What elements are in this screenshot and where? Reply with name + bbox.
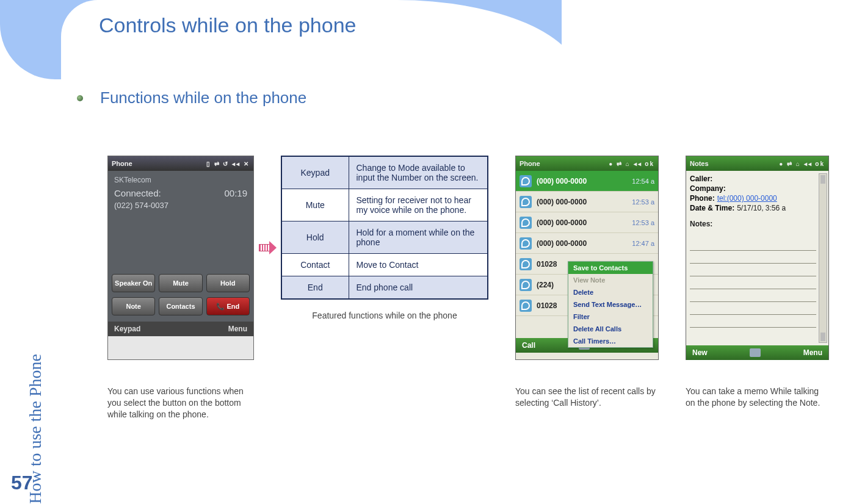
call-number: (000) 000-0000 [537,239,627,248]
phone-icon [520,258,532,270]
hold-button[interactable]: Hold [206,274,250,292]
context-menu: Save to Contacts View Note Delete Send T… [568,261,653,348]
table-row: End End phone call [281,276,488,300]
call-time: 12:54 a [632,178,654,185]
feat-name: Hold [281,221,349,254]
phone-icon [520,217,532,229]
call-number: (000) 000-0000 [537,198,627,206]
column-call-history: Phone ● ⇄ ⌂ ◂◂ ok (000) 000-0000 12:54 a… [515,156,659,409]
ss1-carrier: SKTelecom [114,176,247,184]
section-title: Functions while on the phone [100,88,306,107]
feat-desc: Hold for a moment while on the phone [349,221,488,254]
ss3-status-icons: ● ⇄ ⌂ ◂◂ ok [779,160,825,167]
phone-label: Phone: [690,194,715,203]
ss1-body: SKTelecom Connected: 00:19 (022) 574-003… [108,171,253,322]
ss3-caption: You can take a memo While talking on the… [686,386,829,409]
list-item[interactable]: (000) 000-0000 12:53 a [516,212,658,233]
menu-item-delete-all[interactable]: Delete All Calls [568,323,653,335]
notes-label: Notes: [690,220,825,228]
ss1-titlebar: Phone ▯ ⇄ ↺ ◂◂ ✕ [108,156,253,171]
screenshot-call-history: Phone ● ⇄ ⌂ ◂◂ ok (000) 000-0000 12:54 a… [515,156,659,360]
ss3-title: Notes [690,160,709,167]
caller-label: Caller: [690,175,712,183]
call-time: 12:53 a [632,198,654,206]
page-title: Controls while on the phone [99,13,357,37]
ss2-titlebar: Phone ● ⇄ ⌂ ◂◂ ok [516,156,658,171]
scrollbar[interactable] [819,173,827,343]
ss1-softbar: Keypad Menu [108,322,253,336]
ss1-soft-left[interactable]: Keypad [114,325,140,333]
table-row: Keypad Change to Mode available to input… [281,156,488,189]
ss2-status-icons: ● ⇄ ⌂ ◂◂ ok [609,160,654,167]
call-time: 12:53 a [632,219,654,226]
call-number: (000) 000-0000 [537,218,627,227]
feat-desc: End phone call [349,276,488,300]
ss3-softbar: New Menu [686,345,828,360]
menu-item-send-text[interactable]: Send Text Message… [568,298,653,311]
ss2-soft-left[interactable]: Call [522,341,535,350]
feat-name: Mute [281,189,349,221]
table-row: Hold Hold for a moment while on the phon… [281,221,488,254]
feat-desc: Move to Contact [349,254,488,276]
feat-desc: Change to Mode available to input the Nu… [349,156,488,189]
datetime-label: Date & Time: [690,204,734,212]
feature-table-caption: Featured functions while on the phone [281,311,488,320]
end-button[interactable]: 📞 End [206,297,250,315]
ss3-soft-right[interactable]: Menu [803,348,822,357]
phone-icon [520,279,532,291]
table-row: Contact Move to Contact [281,254,488,276]
section-heading: Functions while on the phone [77,88,306,107]
feat-desc: Setting for receiver not to hear my voic… [349,189,488,221]
ss3-titlebar: Notes ● ⇄ ⌂ ◂◂ ok [686,156,828,171]
menu-item-save-contacts[interactable]: Save to Contacts [568,262,653,274]
speaker-button[interactable]: Speaker On [112,274,155,292]
feat-name: Contact [281,254,349,276]
column-feature-table: Keypad Change to Mode available to input… [281,156,488,320]
page-number: 57 [11,472,33,494]
ss3-form: Caller: Company: Phone: tel:(000) 000-00… [686,171,828,345]
phone-link[interactable]: tel:(000) 000-0000 [717,194,777,203]
ss1-connected-label: Connected: [114,188,161,198]
ss1-title: Phone [112,160,132,167]
screenshot-in-call: Phone ▯ ⇄ ↺ ◂◂ ✕ SKTelecom Connected: 00… [107,156,254,360]
menu-item-delete[interactable]: Delete [568,286,653,298]
feat-name: End [281,276,349,300]
content-row: Phone ▯ ⇄ ↺ ◂◂ ✕ SKTelecom Connected: 00… [107,156,825,420]
phone-icon [520,196,532,208]
menu-item-filter[interactable]: Filter [568,311,653,323]
arrow-icon [259,241,276,254]
list-item[interactable]: (000) 000-0000 12:54 a [516,171,658,192]
column-notes: Notes ● ⇄ ⌂ ◂◂ ok Caller: Company: Phone… [686,156,829,409]
call-number: (000) 000-0000 [537,177,627,185]
ss1-caption: You can use various functions when you s… [107,386,254,420]
company-label: Company: [690,184,726,193]
list-item[interactable]: (000) 000-0000 12:47 a [516,233,658,254]
ss1-duration: 00:19 [224,188,247,198]
ss3-soft-left[interactable]: New [692,348,708,357]
ss2-title: Phone [520,160,540,167]
datetime-value: 5/17/10, 3:56 a [737,204,786,212]
phone-icon [520,175,532,187]
notes-ruled-area[interactable] [690,238,816,339]
bullet-icon [77,95,83,101]
list-item[interactable]: (000) 000-0000 12:53 a [516,192,658,212]
feat-name: Keypad [281,156,349,189]
mute-button[interactable]: Mute [159,274,202,292]
screenshot-notes: Notes ● ⇄ ⌂ ◂◂ ok Caller: Company: Phone… [686,156,829,360]
phone-icon [520,237,532,250]
menu-item-call-timers[interactable]: Call Timers… [568,335,653,347]
column-incall: Phone ▯ ⇄ ↺ ◂◂ ✕ SKTelecom Connected: 00… [107,156,254,420]
contacts-button[interactable]: Contacts [159,297,202,315]
keyboard-icon[interactable] [750,348,761,357]
ss2-caption: You can see the list of recent calls by … [515,386,656,409]
phone-icon [520,300,532,312]
ss1-status-icons: ▯ ⇄ ↺ ◂◂ ✕ [206,160,250,167]
menu-item-view-note: View Note [568,274,653,286]
call-time: 12:47 a [632,240,654,247]
note-button[interactable]: Note [112,297,155,315]
ss2-list: (000) 000-0000 12:54 a (000) 000-0000 12… [516,171,658,338]
ss1-number: (022) 574-0037 [114,201,247,210]
ss1-soft-right[interactable]: Menu [228,325,247,333]
feature-table: Keypad Change to Mode available to input… [281,156,488,300]
table-row: Mute Setting for receiver not to hear my… [281,189,488,221]
